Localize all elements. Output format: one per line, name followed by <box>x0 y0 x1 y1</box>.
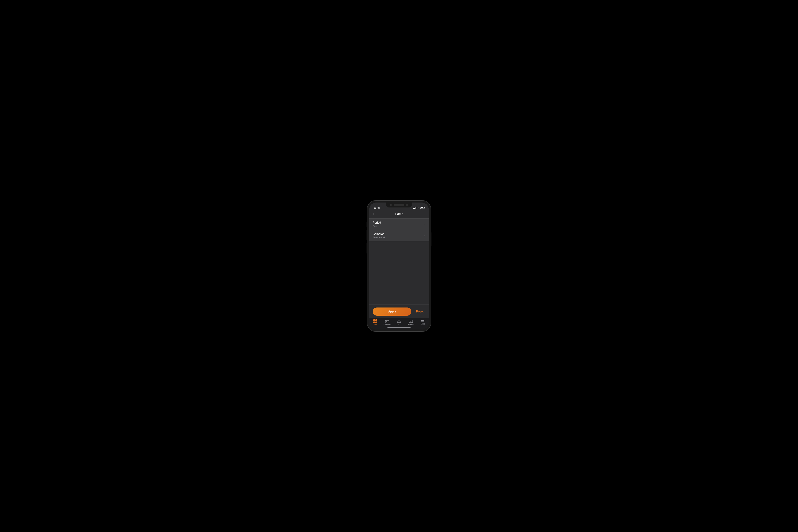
navigation-bar: ‹ Filter <box>369 210 429 218</box>
tab-events[interactable]: Events <box>405 320 417 325</box>
wifi-icon: ∿ <box>417 206 419 209</box>
tab-cameras-label: Cameras <box>384 323 391 325</box>
home-indicator <box>369 326 429 329</box>
status-time: 11:47 <box>374 206 380 209</box>
tab-views[interactable]: Views <box>369 319 381 326</box>
speaker <box>394 205 404 206</box>
tab-more[interactable]: More <box>417 320 429 325</box>
phone-device: 11:47 ∿ ‹ Filter <box>367 201 431 331</box>
home-bar <box>387 327 411 328</box>
period-filter-item[interactable]: Period Any › <box>369 218 429 230</box>
filter-list: Period Any › Cameras Selected: all › <box>369 218 429 241</box>
status-icons: ∿ <box>413 206 424 209</box>
sensor <box>406 204 408 206</box>
svg-point-5 <box>399 321 399 322</box>
reset-button[interactable]: Reset <box>414 307 425 316</box>
period-filter-content: Period Any <box>373 221 381 227</box>
tab-bar: Views Cameras Ev <box>369 318 429 326</box>
svg-rect-6 <box>409 320 413 323</box>
battery-fill <box>421 207 423 208</box>
tab-views-label: Views <box>373 324 378 326</box>
volume-up-button <box>366 230 367 240</box>
period-filter-label: Period <box>373 221 381 224</box>
events-icon <box>409 320 413 323</box>
grid-icon <box>373 319 377 323</box>
cameras-filter-item[interactable]: Cameras Selected: all › <box>369 230 429 241</box>
apply-button[interactable]: Apply <box>373 307 412 316</box>
volume-down-button <box>366 243 367 253</box>
tab-eva[interactable]: Eva <box>393 320 405 325</box>
camera-icon <box>385 320 389 323</box>
cameras-filter-label: Cameras <box>373 232 385 236</box>
more-icon <box>421 320 424 322</box>
tab-eva-label: Eva <box>397 323 400 325</box>
back-button[interactable]: ‹ <box>373 212 378 216</box>
cameras-filter-value: Selected: all <box>373 236 385 239</box>
mute-button <box>366 222 367 227</box>
tab-more-label: More <box>421 323 425 325</box>
page-title: Filter <box>378 212 420 216</box>
cameras-chevron-icon: › <box>424 234 425 237</box>
signal-icon <box>413 207 416 209</box>
svg-rect-2 <box>388 321 388 321</box>
period-chevron-icon: › <box>424 223 425 226</box>
tab-events-label: Events <box>408 323 414 325</box>
battery-icon <box>420 207 424 209</box>
status-bar: 11:47 ∿ <box>369 203 429 210</box>
bottom-actions: Apply Reset <box>369 304 429 318</box>
period-filter-value: Any <box>373 225 381 227</box>
notch <box>386 203 412 208</box>
eva-icon <box>397 320 401 323</box>
front-camera <box>390 204 393 206</box>
phone-screen: 11:47 ∿ ‹ Filter <box>369 203 429 329</box>
cameras-filter-content: Cameras Selected: all <box>373 232 385 239</box>
tab-cameras[interactable]: Cameras <box>381 320 393 325</box>
power-button <box>431 232 432 247</box>
svg-point-1 <box>386 321 388 322</box>
main-content: Period Any › Cameras Selected: all › <box>369 218 429 304</box>
